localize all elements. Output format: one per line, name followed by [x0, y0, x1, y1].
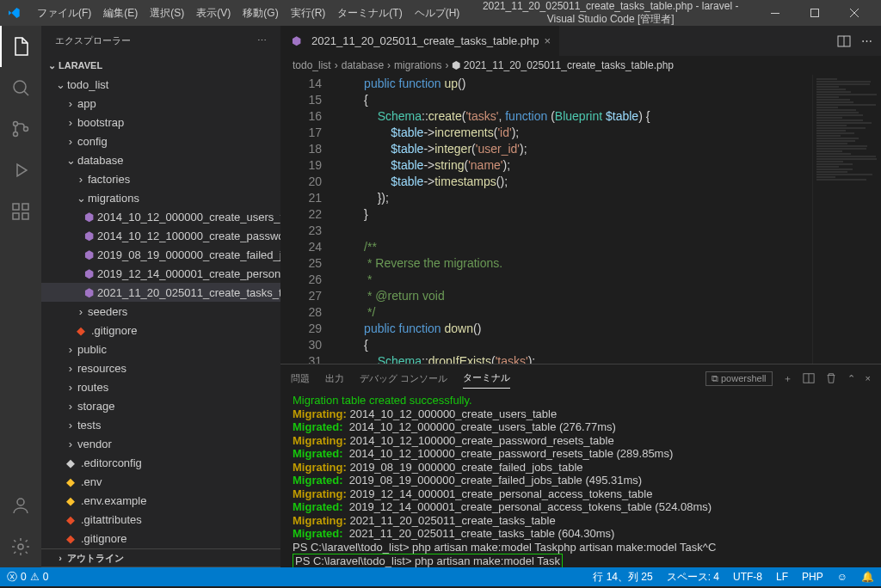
- tree-item[interactable]: ⬢2014_10_12_000000_create_users_table.ph…: [41, 207, 280, 226]
- close-panel-icon[interactable]: ×: [866, 373, 871, 383]
- extensions-icon[interactable]: [0, 191, 41, 232]
- split-icon[interactable]: [837, 34, 851, 48]
- tree-item[interactable]: ›config: [41, 132, 280, 150]
- tree-item[interactable]: ⌄migrations: [41, 188, 280, 207]
- tree-item[interactable]: ⬢2019_08_19_000000_create_failed_jobs_ta…: [41, 245, 280, 264]
- tree-item[interactable]: ⬢2019_12_14_000001_create_personal_acces…: [41, 264, 280, 283]
- close-button[interactable]: [835, 0, 874, 26]
- status-spaces[interactable]: スペース: 4: [660, 567, 726, 586]
- chevron-icon: ⌄: [74, 192, 88, 205]
- terminal[interactable]: Migration table created successfully.Mig…: [280, 392, 881, 567]
- split-terminal-icon[interactable]: [803, 372, 815, 384]
- new-terminal-icon[interactable]: ＋: [783, 372, 792, 385]
- svg-point-4: [14, 132, 18, 137]
- tree-item[interactable]: ◆.env: [41, 472, 280, 491]
- tab-active[interactable]: ⬢ 2021_11_20_025011_create_tasks_table.p…: [280, 26, 560, 56]
- more-icon[interactable]: ⋯: [861, 34, 872, 48]
- tree-item[interactable]: ›factories: [41, 169, 280, 188]
- tree-item-label: 2021_11_20_025011_create_tasks_table.php: [97, 286, 280, 299]
- menu-item[interactable]: 表示(V): [190, 0, 237, 26]
- minimap[interactable]: [812, 75, 881, 364]
- tree-item[interactable]: ◆.gitignore: [41, 321, 280, 340]
- svg-rect-0: [771, 13, 779, 14]
- tree-item[interactable]: ⬢2014_10_12_100000_create_password_reset…: [41, 226, 280, 245]
- tree-item[interactable]: ◆.gitattributes: [41, 510, 280, 529]
- explorer-title-label: エクスプローラー: [55, 34, 131, 47]
- tab-label: 2021_11_20_025011_create_tasks_table.php: [311, 34, 539, 47]
- code-editor[interactable]: 1415161718192021222324252627282930313233…: [280, 75, 881, 364]
- settings-icon[interactable]: [0, 526, 41, 567]
- minimize-button[interactable]: [755, 0, 795, 26]
- panel-tab[interactable]: ターミナル: [463, 368, 510, 389]
- breadcrumb-item[interactable]: ⬢ 2021_11_20_025011_create_tasks_table.p…: [452, 59, 674, 71]
- tree-item[interactable]: ⌄todo_list: [41, 75, 280, 94]
- search-icon[interactable]: [0, 67, 41, 108]
- panel-tab[interactable]: 出力: [325, 369, 344, 389]
- tree-item[interactable]: ◆.editorconfig: [41, 453, 280, 472]
- explorer-icon[interactable]: [0, 26, 41, 67]
- sidebar: エクスプローラー ⋯ ⌄LARAVEL ⌄todo_list›app›boots…: [41, 26, 280, 567]
- breadcrumb-item[interactable]: database: [342, 59, 384, 71]
- tree-item-label: migrations: [88, 192, 139, 205]
- close-tab-icon[interactable]: ×: [545, 34, 551, 47]
- tree-item[interactable]: ›vendor: [41, 434, 280, 453]
- tree-item[interactable]: ◆.gitignore: [41, 529, 280, 548]
- menu-item[interactable]: 実行(R): [285, 0, 332, 26]
- statusbar: ⓧ 0 ⚠ 0 行 14、列 25 スペース: 4 UTF-8 LF PHP ☺…: [0, 567, 881, 586]
- code-lines[interactable]: public function up() { Schema::create('t…: [337, 75, 812, 364]
- menu-bar: ファイル(F)編集(E)選択(S)表示(V)移動(G)実行(R)ターミナル(T)…: [31, 0, 465, 26]
- menu-item[interactable]: ヘルプ(H): [409, 0, 466, 26]
- account-icon[interactable]: [0, 485, 41, 526]
- tree-item[interactable]: ◆.env.example: [41, 491, 280, 510]
- project-section[interactable]: ⌄LARAVEL: [41, 56, 280, 75]
- breadcrumb-item[interactable]: todo_list: [293, 59, 331, 71]
- tree-item[interactable]: ›app: [41, 94, 280, 113]
- tree-item-label: config: [77, 135, 108, 148]
- status-errors[interactable]: ⓧ 0 ⚠ 0: [0, 567, 55, 586]
- menu-item[interactable]: ターミナル(T): [331, 0, 408, 26]
- menu-item[interactable]: ファイル(F): [31, 0, 97, 26]
- git-icon: ◆: [64, 513, 77, 526]
- menu-item[interactable]: 移動(G): [237, 0, 284, 26]
- tree-item[interactable]: ›bootstrap: [41, 113, 280, 132]
- status-eol[interactable]: LF: [769, 567, 795, 586]
- panel-tab[interactable]: デバッグ コンソール: [360, 369, 447, 389]
- debug-icon[interactable]: [0, 150, 41, 191]
- status-lang[interactable]: PHP: [795, 567, 830, 586]
- maximize-button[interactable]: [795, 0, 835, 26]
- php-icon: ⬢: [84, 267, 94, 280]
- menu-item[interactable]: 選択(S): [144, 0, 190, 26]
- trash-icon[interactable]: [825, 372, 837, 384]
- tree-item-label: .env.example: [81, 494, 146, 507]
- menu-item[interactable]: 編集(E): [97, 0, 144, 26]
- tree-item[interactable]: ›routes: [41, 377, 280, 396]
- svg-point-5: [24, 127, 28, 132]
- chevron-icon: ›: [64, 362, 77, 375]
- more-icon[interactable]: ⋯: [257, 35, 267, 46]
- tree-item[interactable]: ›resources: [41, 358, 280, 377]
- chevron-icon: ›: [74, 305, 88, 318]
- tree-item[interactable]: ›storage: [41, 396, 280, 415]
- shell-select[interactable]: ⧉ powershell: [705, 371, 773, 386]
- window-title: 2021_11_20_025011_create_tasks_table.php…: [469, 0, 752, 27]
- status-encoding[interactable]: UTF-8: [726, 567, 769, 586]
- status-feedback-icon[interactable]: ☺: [830, 567, 854, 586]
- tree-item-label: routes: [77, 381, 108, 394]
- svg-point-10: [17, 499, 24, 505]
- terminal-line: Migrated: 2014_10_12_000000_create_users…: [293, 420, 869, 434]
- tree-item[interactable]: ›tests: [41, 415, 280, 434]
- panel-tab[interactable]: 問題: [291, 369, 310, 389]
- tree-item-label: vendor: [77, 438, 112, 450]
- breadcrumbs[interactable]: todo_list›database›migrations›⬢ 2021_11_…: [280, 56, 881, 75]
- source-control-icon[interactable]: [0, 108, 41, 150]
- status-cursor[interactable]: 行 14、列 25: [586, 567, 659, 586]
- maximize-panel-icon[interactable]: ⌃: [847, 373, 855, 384]
- tree-item[interactable]: ⌄database: [41, 150, 280, 169]
- tree-item[interactable]: ⬢2021_11_20_025011_create_tasks_table.ph…: [41, 283, 280, 302]
- chevron-icon: ›: [64, 419, 77, 432]
- status-bell-icon[interactable]: 🔔: [854, 567, 881, 586]
- tree-item[interactable]: ›seeders: [41, 302, 280, 321]
- tree-item[interactable]: ›public: [41, 340, 280, 358]
- outline-section[interactable]: ›アウトライン: [41, 548, 280, 567]
- breadcrumb-item[interactable]: migrations: [394, 59, 441, 71]
